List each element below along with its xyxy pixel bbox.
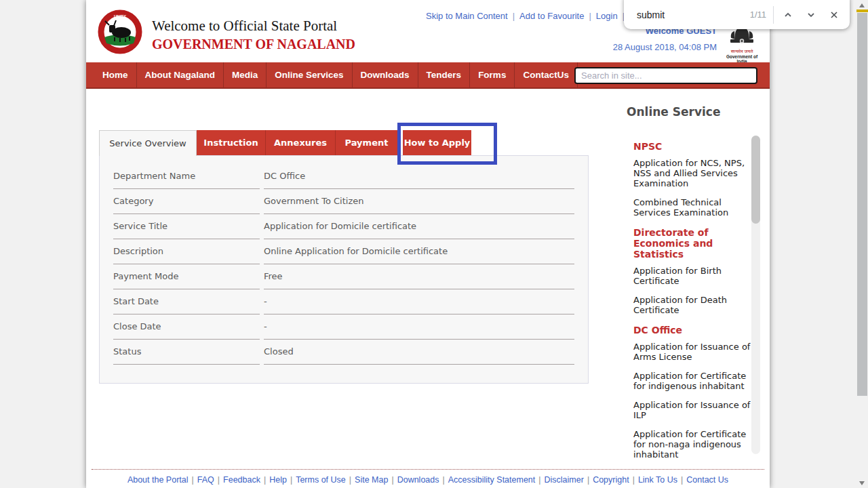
separator: | [443, 475, 445, 485]
row-label-description: Description [113, 239, 260, 264]
top-link-skip-to-main-content[interactable]: Skip to Main Content [426, 11, 508, 21]
nav-items: HomeAbout NagalandMediaOnline ServicesDo… [94, 62, 578, 87]
row-value-category: Government To Citizen [264, 189, 574, 214]
table-row: Service TitleApplication for Domicile ce… [113, 214, 574, 239]
tab-payment[interactable]: Payment [335, 130, 397, 155]
sidebar-link-combined-technical-services-examination[interactable]: Combined Technical Services Examination [633, 197, 754, 218]
tab-service-overview[interactable]: Service Overview [99, 130, 197, 156]
tab-annexures[interactable]: Annexures [265, 130, 335, 155]
row-value-close-date: - [264, 314, 574, 340]
row-label-service-title: Service Title [113, 214, 260, 239]
row-label-category: Category [113, 189, 260, 214]
separator: | [192, 475, 194, 485]
row-label-department-name: Department Name [113, 164, 260, 189]
nav-item-downloads[interactable]: Downloads [353, 62, 418, 87]
nagaland-emblem-icon: UNITY [95, 9, 145, 54]
close-icon [829, 10, 839, 20]
footer-link-downloads[interactable]: Downloads [397, 475, 439, 485]
sidebar-link-application-for-birth-certificate[interactable]: Application for Birth Certificate [633, 266, 754, 286]
top-links: Skip to Main Content|Add to Favourite|Lo… [426, 11, 656, 21]
separator: | [538, 475, 540, 485]
separator: | [633, 475, 635, 485]
datetime: 28 August 2018, 04:08 PM [613, 42, 717, 52]
service-overview-panel: Department NameDC OfficeCategoryGovernme… [99, 155, 589, 384]
separator: | [587, 475, 589, 485]
find-bar-divider [773, 6, 774, 24]
nav-item-tenders[interactable]: Tenders [418, 62, 471, 87]
top-link-add-to-favourite[interactable]: Add to Favourite [519, 11, 584, 21]
footer-link-disclaimer[interactable]: Disclaimer [545, 475, 584, 485]
footer-link-copyright[interactable]: Copyright [593, 475, 629, 485]
tab-instruction[interactable]: Instruction [197, 130, 265, 155]
footer-link-faq[interactable]: FAQ [197, 475, 214, 485]
browser-scrollbar [856, 0, 868, 488]
find-close-button[interactable] [823, 3, 846, 26]
row-value-service-title: Application for Domicile certificate [264, 214, 574, 239]
sidebar-link-application-for-issuance-of-arms-license[interactable]: Application for Issuance of Arms License [633, 342, 754, 362]
find-match-marker [856, 9, 868, 12]
separator: | [264, 475, 266, 485]
table-row: CategoryGovernment To Citizen [113, 189, 574, 214]
table-row: DescriptionOnline Application for Domici… [113, 239, 574, 264]
table-row: Payment ModeFree [113, 264, 574, 289]
chevron-down-icon [806, 10, 816, 20]
find-next-button[interactable] [800, 3, 823, 26]
sidebar-title: Online Service [627, 105, 720, 119]
footer-link-site-map[interactable]: Site Map [355, 475, 388, 485]
chevron-up-icon [783, 10, 793, 20]
sidebar-section-directorate-of-economics-and-statistics[interactable]: Directorate of Economics and Statistics [633, 227, 754, 260]
nav-item-contactus[interactable]: ContactUs [515, 62, 578, 87]
nav-item-online-services[interactable]: Online Services [267, 62, 352, 87]
table-row: Close Date- [113, 314, 574, 340]
nav-item-about-nagaland[interactable]: About Nagaland [137, 62, 224, 87]
separator: | [589, 11, 591, 21]
table-row: Department NameDC Office [113, 164, 574, 189]
sidebar-link-application-for-ncs-nps-nss-and-allied-services-examination[interactable]: Application for NCS, NPS, NSS and Allied… [633, 158, 754, 188]
sidebar-scrollbar-thumb[interactable] [751, 136, 760, 224]
scrollbar-up-arrow-icon[interactable] [859, 3, 865, 7]
sidebar-link-application-for-certificate-for-indigenous-inhabitant[interactable]: Application for Certificate for indigeno… [633, 371, 754, 391]
emblem-motto: सत्यमेव जयते [723, 49, 761, 54]
row-label-status: Status [113, 340, 260, 365]
separator: | [218, 475, 220, 485]
table-row: StatusClosed [113, 340, 574, 365]
find-previous-button[interactable] [776, 3, 800, 26]
online-service-list: NPSCApplication for NCS, NPS, NSS and Al… [633, 138, 754, 468]
sidebar-link-application-for-certificate-for-non-naga-indigenous-inhabitant[interactable]: Application for Certificate for non-naga… [633, 429, 754, 460]
row-label-payment-mode: Payment Mode [113, 264, 260, 289]
row-value-description: Online Application for Domicile certific… [264, 239, 574, 264]
nav-item-forms[interactable]: Forms [470, 62, 515, 87]
site-title-line2: GOVERNMENT OF NAGALAND [152, 37, 355, 52]
footer-link-accessibility-statement[interactable]: Accessibility Statement [448, 475, 536, 485]
sidebar-section-dc-office[interactable]: DC Office [633, 325, 754, 336]
sidebar-link-application-for-death-certificate[interactable]: Application for Death Certificate [633, 295, 754, 315]
find-input[interactable] [635, 9, 750, 21]
row-value-start-date: - [264, 289, 574, 314]
scrollbar-thumb[interactable] [857, 13, 867, 396]
row-value-payment-mode: Free [264, 264, 574, 289]
table-row: Start Date- [113, 289, 574, 314]
footer-link-about-the-portal[interactable]: About the Portal [127, 475, 189, 485]
footer-link-link-to-us[interactable]: Link To Us [638, 475, 677, 485]
service-details-table: Department NameDC OfficeCategoryGovernme… [113, 164, 574, 365]
separator: | [513, 11, 515, 21]
top-link-login[interactable]: Login [596, 11, 618, 21]
separator: | [391, 475, 393, 485]
footer-link-help[interactable]: Help [269, 475, 287, 485]
footer-link-feedback[interactable]: Feedback [223, 475, 260, 485]
scrollbar-down-arrow-icon[interactable] [859, 481, 865, 485]
nav-item-home[interactable]: Home [94, 62, 137, 87]
footer-divider [92, 469, 764, 470]
sidebar-section-npsc[interactable]: NPSC [633, 141, 754, 152]
footer-link-contact-us[interactable]: Contact Us [686, 475, 728, 485]
browser-viewport: UNITY Welcome to Official State Portal G… [0, 0, 868, 488]
govt-of-india-emblem: सत्यमेव जयते Government of India [723, 26, 761, 64]
row-label-close-date: Close Date [113, 314, 260, 340]
sidebar-link-application-for-issuance-of-ilp[interactable]: Application for Issuance of ILP [633, 400, 754, 420]
welcome-block: Welcome GUEST 28 August 2018, 04:08 PM [613, 26, 717, 52]
search-input[interactable] [574, 67, 757, 84]
nav-item-media[interactable]: Media [224, 62, 267, 87]
footer-link-terms-of-use[interactable]: Terms of Use [296, 475, 346, 485]
nagaland-state-logo[interactable]: UNITY [95, 9, 145, 57]
row-label-start-date: Start Date [113, 289, 260, 314]
